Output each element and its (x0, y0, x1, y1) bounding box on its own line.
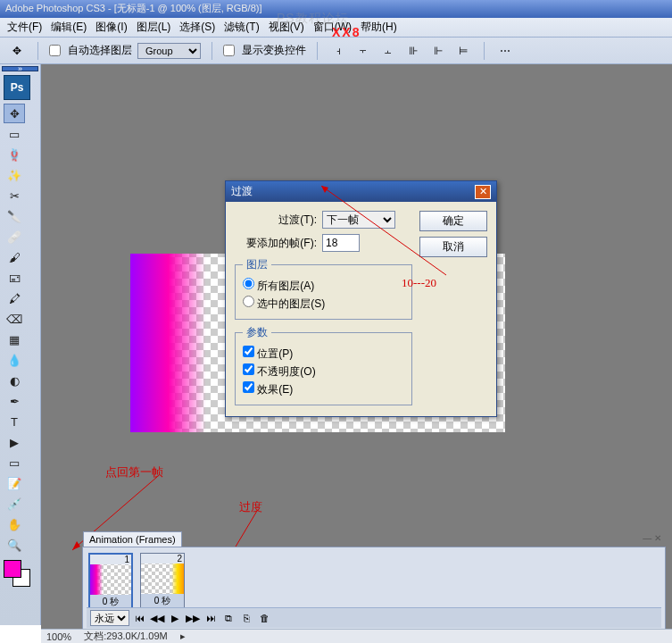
frame-time[interactable]: 0 秒 (141, 594, 184, 608)
move-tool[interactable]: ✥ (4, 104, 25, 123)
stamp-tool[interactable]: 🖃 (4, 268, 25, 288)
opacity-checkbox[interactable]: 不透明度(O) (243, 363, 404, 380)
close-icon[interactable]: ✕ (475, 185, 491, 199)
cancel-button[interactable]: 取消 (419, 237, 487, 257)
toolbox: » Ps ✥ ▭ 🪢 ✨ ✂ 🔪 🩹 🖌 🖃 🖍 ⌫ ▦ 💧 ◐ ✒ T ▶ ▭… (0, 64, 41, 625)
align-icon-4[interactable]: ⊪ (403, 41, 423, 61)
frame-number: 2 (141, 554, 184, 564)
options-bar: ✥ 自动选择图层 Group 显示变换控件 ⫞ ⫟ ⫠ ⊪ ⊩ ⊨ ⋯ (0, 38, 672, 64)
transition-label: 过渡(T): (235, 213, 317, 228)
tween-dialog: 过渡 ✕ 过渡(T): 下一帧 要添加的帧(F): 图层 所有图层(A) 选中的… (225, 180, 497, 417)
brush-tool[interactable]: 🖌 (4, 247, 25, 267)
align-icon-1[interactable]: ⫞ (328, 41, 348, 61)
delete-frame-icon[interactable]: 🗑 (256, 611, 272, 625)
workspace: 过渡 ✕ 过渡(T): 下一帧 要添加的帧(F): 图层 所有图层(A) 选中的… (41, 64, 672, 643)
heal-tool[interactable]: 🩹 (4, 227, 25, 246)
frames-to-add-label: 要添加的帧(F): (235, 236, 317, 251)
type-tool[interactable]: T (4, 412, 25, 431)
position-checkbox[interactable]: 位置(P) (243, 346, 404, 362)
shape-tool[interactable]: ▭ (4, 453, 25, 472)
first-frame-icon[interactable]: ⏮ (131, 611, 147, 625)
anim-frame-2[interactable]: 2 0 秒 (140, 553, 185, 611)
effects-checkbox[interactable]: 效果(E) (243, 381, 404, 397)
menu-file[interactable]: 文件(F) (5, 18, 44, 37)
dialog-title: 过渡 (231, 184, 253, 199)
annotation-range: 10---20 (402, 276, 436, 290)
path-select-tool[interactable]: ▶ (4, 432, 25, 452)
status-bar: 100% 文档:293.0K/1.09M ▸ (41, 629, 672, 643)
panel-close-icon[interactable]: — ✕ (643, 533, 661, 543)
menu-layer[interactable]: 图层(L) (135, 18, 173, 37)
lasso-tool[interactable]: 🪢 (4, 145, 25, 164)
annotation-back-to-first: 点回第一帧 (105, 464, 163, 480)
gradient-layer (130, 254, 206, 432)
color-swatches[interactable] (4, 560, 34, 590)
menu-help[interactable]: 帮助(H) (359, 18, 399, 37)
blur-tool[interactable]: 💧 (4, 350, 25, 370)
ps-logo-icon: Ps (4, 75, 30, 100)
doc-info: 文档:293.0K/1.09M (84, 630, 168, 643)
layers-legend: 图层 (243, 257, 271, 272)
frames-to-add-input[interactable] (322, 234, 360, 252)
last-frame-icon[interactable]: ⏭ (203, 611, 219, 625)
layers-fieldset: 图层 所有图层(A) 选中的图层(S) (235, 257, 412, 320)
tween-icon[interactable]: ⧉ (220, 611, 236, 625)
animation-panel: Animation (Frames) — ✕ 1 0 秒 2 0 秒 永远 ⏮ … (82, 547, 666, 630)
group-select[interactable]: Group (137, 43, 201, 59)
loop-select[interactable]: 永远 (90, 610, 129, 626)
params-fieldset: 参数 位置(P) 不透明度(O) 效果(E) (235, 325, 412, 405)
wand-tool[interactable]: ✨ (4, 165, 25, 185)
dodge-tool[interactable]: ◐ (4, 371, 25, 390)
watermark-x: XX8 (332, 25, 361, 39)
dialog-titlebar[interactable]: 过渡 ✕ (226, 181, 496, 202)
new-frame-icon[interactable]: ⎘ (238, 611, 254, 625)
next-frame-icon[interactable]: ▶▶ (185, 611, 201, 625)
animation-controls: 永远 ⏮ ◀◀ ▶ ▶▶ ⏭ ⧉ ⎘ 🗑 (87, 607, 661, 628)
auto-select-label: 自动选择图层 (68, 43, 132, 58)
gradient-tool[interactable]: ▦ (4, 330, 25, 349)
all-layers-radio[interactable]: 所有图层(A) (243, 278, 404, 294)
distribute-icon[interactable]: ⋯ (495, 41, 515, 61)
menu-edit[interactable]: 编辑(E) (49, 18, 88, 37)
align-icon-6[interactable]: ⊨ (453, 41, 473, 61)
history-brush-tool[interactable]: 🖍 (4, 288, 25, 308)
crop-tool[interactable]: ✂ (4, 186, 25, 205)
svg-marker-3 (72, 541, 80, 550)
align-icon-3[interactable]: ⫠ (378, 41, 398, 61)
ok-button[interactable]: 确定 (419, 211, 487, 231)
eyedropper-tool[interactable]: 💉 (4, 494, 25, 514)
hand-tool[interactable]: ✋ (4, 514, 25, 534)
prev-frame-icon[interactable]: ◀◀ (149, 611, 165, 625)
toolbox-collapse-icon[interactable]: » (2, 66, 38, 71)
align-icon-2[interactable]: ⫟ (353, 41, 373, 61)
slice-tool[interactable]: 🔪 (4, 206, 25, 226)
menu-filter[interactable]: 滤镜(T) (222, 18, 261, 37)
fg-color-swatch[interactable] (4, 560, 21, 578)
show-transform-checkbox[interactable] (223, 45, 235, 56)
show-transform-label: 显示变换控件 (242, 43, 306, 58)
menu-select[interactable]: 选择(S) (178, 18, 217, 37)
move-tool-icon: ✥ (7, 41, 27, 61)
notes-tool[interactable]: 📝 (4, 473, 25, 493)
eraser-tool[interactable]: ⌫ (4, 309, 25, 329)
align-icon-5[interactable]: ⊩ (428, 41, 448, 61)
zoom-level[interactable]: 100% (46, 631, 71, 642)
status-chevron-icon[interactable]: ▸ (180, 630, 186, 642)
marquee-tool[interactable]: ▭ (4, 124, 25, 144)
annotation-tween: 过度 (239, 499, 262, 515)
params-legend: 参数 (243, 325, 271, 340)
pen-tool[interactable]: ✒ (4, 391, 25, 411)
menu-image[interactable]: 图像(I) (94, 18, 129, 37)
play-icon[interactable]: ▶ (167, 611, 183, 625)
selected-layers-radio[interactable]: 选中的图层(S) (243, 296, 404, 312)
anim-frame-1[interactable]: 1 0 秒 (88, 553, 133, 611)
zoom-tool[interactable]: 🔍 (4, 535, 25, 555)
transition-select[interactable]: 下一帧 (322, 211, 395, 229)
auto-select-checkbox[interactable] (49, 45, 61, 56)
animation-panel-tab[interactable]: Animation (Frames) (83, 531, 182, 547)
frame-number: 1 (90, 555, 131, 564)
